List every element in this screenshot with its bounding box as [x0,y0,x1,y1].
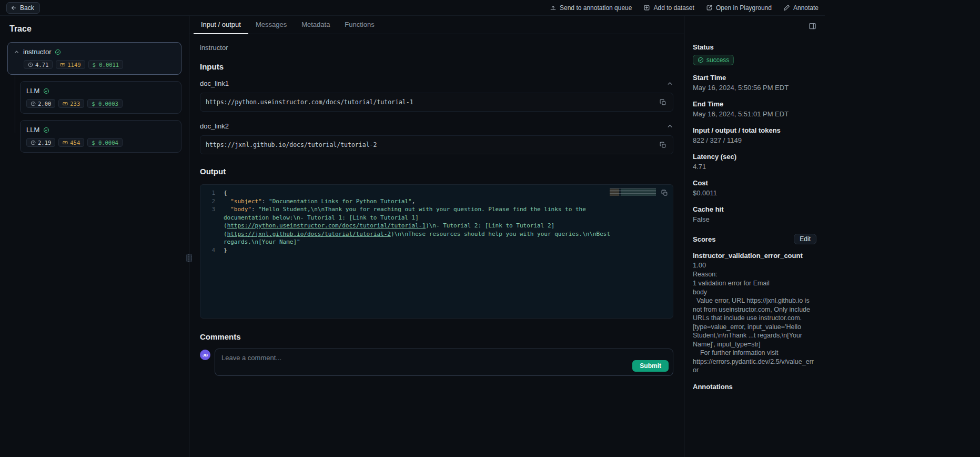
success-check-icon [43,88,49,94]
span-title: instructor [200,44,673,52]
scores-section-header: Scores Edit [693,234,816,244]
span-tabs: Input / output Messages Metadata Functio… [189,16,684,34]
status-badge: success [693,55,734,65]
input-value-box: https://python.useinstructor.com/docs/tu… [200,93,673,112]
span-content: instructor Inputs doc_link1 https://pyth… [189,34,684,457]
collapse-panel-icon[interactable] [809,22,816,30]
copy-icon[interactable] [660,99,666,106]
tab-functions[interactable]: Functions [337,16,381,34]
input-value-box: https://jxnl.github.io/docs/tutorial/tut… [200,135,673,154]
input-group-doc-link2: doc_link2 https://jxnl.github.io/docs/tu… [200,122,673,154]
avatar: JB [200,350,210,360]
copy-icon[interactable] [660,142,666,148]
add-to-dataset-button[interactable]: Add to dataset [643,4,694,12]
submit-comment-button[interactable]: Submit [632,360,669,372]
trace-sidebar: Trace instructor 4.71 [0,16,189,457]
input-name: doc_link2 [200,122,229,130]
tokens-icon [60,62,65,67]
tokens-field: Input / output / total tokens 822 / 327 … [693,126,816,144]
playground-icon [706,4,713,11]
tokens-badge: 454 [58,138,84,147]
span-name: LLM [26,126,39,134]
score-reason-label: Reason: [693,271,816,278]
add-to-dataset-icon [643,4,650,11]
tab-input-output[interactable]: Input / output [194,16,248,34]
span-tree: instructor 4.71 1149 $ 0.001 [7,42,181,153]
output-code-editor[interactable]: 1{2 "subject": "Documentation Links for … [200,184,673,319]
span-item-llm-1[interactable]: LLM 2.00 233 $ 0.0003 [20,81,181,114]
trace-title: Trace [9,24,179,34]
back-button[interactable]: Back [6,2,40,14]
back-label: Back [20,4,34,12]
send-to-annotation-queue-button[interactable]: Send to annotation queue [550,4,632,12]
edit-scores-button[interactable]: Edit [794,234,816,244]
span-badges: 2.00 233 $ 0.0003 [26,99,175,108]
input-value: https://jxnl.github.io/docs/tutorial/tut… [206,141,377,148]
tokens-icon [63,140,68,145]
scores-heading: Scores [693,235,715,243]
score-name: instructor_validation_error_count [693,252,816,260]
clock-icon [31,140,36,145]
inputs-heading: Inputs [200,62,673,71]
status-label: Status [693,43,816,51]
span-badges: 2.19 454 $ 0.0004 [26,138,175,147]
copy-output-icon[interactable] [661,190,668,196]
tokens-badge: 233 [58,99,84,108]
score-value: 1.00 [693,261,816,269]
tokens-badge: 1149 [56,60,85,69]
success-check-icon [55,49,61,55]
output-heading: Output [200,167,673,176]
span-name: LLM [26,87,39,95]
latency-badge: 4.71 [24,60,53,69]
annotate-button[interactable]: Annotate [783,4,819,12]
annotation-queue-icon [550,4,557,11]
tree-guide-line [15,74,15,133]
latency-badge: 2.19 [26,138,55,147]
span-stats-panel: Status success Start Time May 16, 2024, … [684,16,825,457]
sidebar-resize-handle[interactable] [186,254,192,262]
topbar: Back Send to annotation queue Add to dat… [0,0,825,16]
cost-badge: $ 0.0003 [87,99,123,108]
comments-heading: Comments [200,332,673,341]
start-time-field: Start Time May 16, 2024, 5:50:56 PM EDT [693,74,816,92]
collapse-chevron-up-icon[interactable] [666,80,673,87]
annotate-label: Annotate [793,4,819,12]
comment-input[interactable] [215,349,673,375]
cost-badge: $ 0.0004 [87,138,123,147]
open-in-playground-button[interactable]: Open in Playground [706,4,772,12]
collapse-chevron-up-icon[interactable] [666,123,673,130]
send-to-annotation-queue-label: Send to annotation queue [560,4,632,12]
input-group-doc-link1: doc_link1 https://python.useinstructor.c… [200,80,673,112]
latency-field: Latency (sec) 4.71 [693,153,816,171]
tab-messages[interactable]: Messages [248,16,294,34]
back-arrow-icon [11,5,17,11]
clock-icon [31,101,36,106]
cost-field: Cost $0.0011 [693,179,816,197]
topbar-actions: Send to annotation queue Add to dataset … [550,4,819,12]
latency-badge: 2.00 [26,99,55,108]
span-item-llm-2[interactable]: LLM 2.19 454 $ 0.0004 [20,120,181,153]
success-check-icon [698,57,704,63]
span-badges: 4.71 1149 $ 0.0011 [24,60,175,69]
span-detail-main: Input / output Messages Metadata Functio… [189,16,684,457]
input-value: https://python.useinstructor.com/docs/tu… [206,98,413,106]
span-item-instructor[interactable]: instructor 4.71 1149 $ 0.001 [7,42,181,75]
success-check-icon [43,127,49,133]
open-in-playground-label: Open in Playground [716,4,772,12]
status-field: Status success [693,43,816,65]
clock-icon [28,62,33,67]
span-name: instructor [23,48,51,56]
annotations-heading: Annotations [693,383,816,391]
add-to-dataset-label: Add to dataset [653,4,694,12]
tab-metadata[interactable]: Metadata [294,16,337,34]
cache-hit-field: Cache hit False [693,205,816,223]
input-name: doc_link1 [200,80,229,87]
chevron-up-icon[interactable] [14,49,19,55]
tokens-icon [63,101,68,106]
score-reason-text: 1 validation error for Email body Value … [693,279,816,375]
end-time-field: End Time May 16, 2024, 5:51:01 PM EDT [693,100,816,118]
trace-view-app: Back Send to annotation queue Add to dat… [0,0,825,457]
comment-box: Submit [215,349,673,376]
annotate-pen-icon [783,4,790,11]
comment-row: JB Submit [200,349,673,376]
